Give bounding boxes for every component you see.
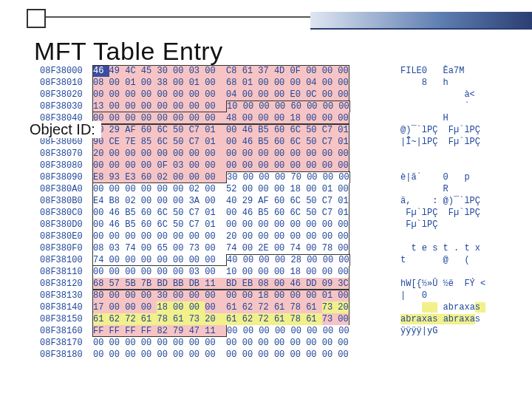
hex-byte: 00 <box>205 100 227 112</box>
hex-byte: 00 <box>189 301 205 313</box>
hex-byte: 00 <box>157 148 173 160</box>
hex-byte: 00 <box>109 112 126 124</box>
hex-bytes: 13 00 00 00 00 00 00 00 10 00 00 00 60 0… <box>93 100 400 112</box>
hex-byte: 60 <box>274 124 290 136</box>
hex-byte: 00 <box>205 290 226 301</box>
offset: 08F38030 <box>40 100 93 112</box>
hex-byte: 00 <box>338 112 349 124</box>
hex-byte: 20 <box>205 313 226 325</box>
ascii: Fµ`lPÇ <box>400 219 492 231</box>
hex-byte: 00 <box>338 89 349 100</box>
hex-byte: 01 <box>205 207 226 219</box>
hex-byte: 08 <box>92 242 109 254</box>
hex-byte: 0C <box>306 89 322 100</box>
ascii: hW[{½»Û ½ë FÝ < <box>400 278 492 290</box>
hex-byte: 20 <box>338 301 349 313</box>
hex-byte: 00 <box>306 266 322 278</box>
ascii: t e s t . t x <box>400 242 492 254</box>
hex-byte: 00 <box>157 254 173 266</box>
hex-byte: 65 <box>157 242 173 254</box>
hex-byte: 18 <box>290 266 307 278</box>
hex-byte: 00 <box>109 100 126 112</box>
hex-byte: C7 <box>322 195 338 207</box>
hex-byte: AF <box>125 124 141 136</box>
hex-byte: 3A <box>189 195 205 207</box>
hex-byte: 00 <box>243 100 259 112</box>
hex-byte: 00 <box>306 160 322 171</box>
hex-byte: 00 <box>322 219 338 231</box>
hex-byte: 01 <box>322 183 338 195</box>
hex-byte: 02 <box>189 183 205 195</box>
hex-byte: 00 <box>205 266 226 278</box>
hex-byte: 00 <box>338 313 349 325</box>
hex-byte: 00 <box>141 112 157 124</box>
hex-byte: 00 <box>291 325 307 337</box>
hex-row: 08F38090E8 93 E3 60 02 00 00 00 30 00 00… <box>40 171 492 183</box>
hex-byte: 00 <box>205 301 226 313</box>
hex-byte: 62 <box>109 313 126 325</box>
hex-byte: 46 <box>242 124 259 136</box>
hex-byte: 00 <box>141 89 157 100</box>
hex-byte: 30 <box>157 65 173 77</box>
hex-byte: 00 <box>275 100 291 112</box>
ascii <box>400 160 492 171</box>
hex-byte: 00 <box>173 242 189 254</box>
hex-byte: 00 <box>322 65 338 77</box>
hex-byte: 46 <box>109 207 126 219</box>
hex-byte: 00 <box>109 337 126 349</box>
hex-byte: 00 <box>173 77 189 89</box>
hex-byte: 73 <box>322 301 338 313</box>
hex-byte: 00 <box>323 254 339 266</box>
hex-byte: 60 <box>274 195 290 207</box>
ascii: è|ã` 0 p <box>400 171 492 183</box>
hex-byte: 00 <box>189 160 205 171</box>
hex-byte: 00 <box>141 254 157 266</box>
ascii <box>400 337 492 349</box>
hex-byte: 00 <box>173 171 189 183</box>
hex-byte: 30 <box>226 171 243 183</box>
hex-byte: B8 <box>109 195 126 207</box>
hex-bytes: 00 00 00 00 00 00 03 00 10 00 00 00 18 0… <box>93 266 400 278</box>
hex-byte: 00 <box>242 183 259 195</box>
hex-byte: 00 <box>189 171 205 183</box>
hex-byte: 78 <box>322 242 338 254</box>
hex-byte: 00 <box>173 254 189 266</box>
hex-byte: 00 <box>173 301 189 313</box>
hex-byte: 00 <box>205 171 227 183</box>
hex-byte: 00 <box>205 77 226 89</box>
hex-byte: 00 <box>274 148 290 160</box>
hex-byte: 00 <box>205 65 226 77</box>
hex-byte: 00 <box>323 171 339 183</box>
hex-byte: 08 <box>258 278 274 290</box>
hex-byte: 60 <box>141 207 157 219</box>
hex-byte: 61 <box>173 313 189 325</box>
hex-byte: 00 <box>290 337 307 349</box>
hex-byte: 18 <box>157 301 173 313</box>
hex-byte: 00 <box>226 219 242 231</box>
hex-byte: 00 <box>306 183 322 195</box>
hex-byte: 00 <box>205 242 226 254</box>
ascii: FILE0 Èa7M <box>400 65 492 77</box>
hex-byte: 00 <box>125 337 141 349</box>
hex-byte: 01 <box>338 207 349 219</box>
hex-byte: 00 <box>141 337 157 349</box>
hex-byte: 00 <box>205 195 226 207</box>
hex-byte: 01 <box>205 219 226 231</box>
hex-byte: 03 <box>189 65 205 77</box>
hex-row: 08F3805040 29 AF 60 6C 50 C7 01 00 46 B5… <box>40 124 492 136</box>
hex-byte: 01 <box>338 195 349 207</box>
hex-byte: 00 <box>243 325 259 337</box>
hex-bytes: 00 00 00 00 00 00 00 00 00 00 00 00 00 0… <box>93 349 400 361</box>
hex-byte: 00 <box>338 65 349 77</box>
hex-byte: 00 <box>141 349 157 361</box>
hex-byte: 00 <box>125 301 141 313</box>
hex-byte: 00 <box>141 148 157 160</box>
hex-byte: 00 <box>242 160 259 171</box>
header-decoration <box>0 6 532 31</box>
ascii: ` <box>400 100 492 112</box>
hex-byte: 00 <box>125 112 141 124</box>
hex-byte: 01 <box>322 290 338 301</box>
hex-byte: 00 <box>275 171 291 183</box>
hex-bytes: 00 00 00 00 00 00 00 00 00 00 00 00 00 0… <box>93 337 400 349</box>
hex-byte: FF <box>109 325 126 337</box>
